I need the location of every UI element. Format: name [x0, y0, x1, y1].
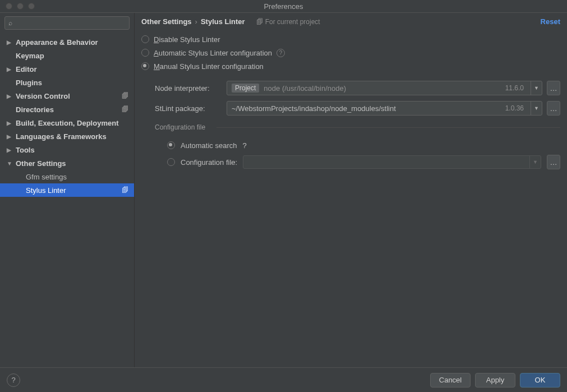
project-scope-icon: 🗐 [122, 92, 128, 100]
dialog-footer: ? Cancel Apply OK [0, 367, 567, 392]
sidebar-item-stylus-linter[interactable]: Stylus Linter 🗐 [0, 183, 134, 197]
radio-label: Automatic search [181, 141, 237, 150]
sidebar-item-plugins[interactable]: Plugins [0, 76, 134, 89]
ok-button[interactable]: OK [520, 373, 560, 388]
chevron-right-icon: ▶ [7, 93, 13, 99]
radio-disable[interactable]: Disable Stylus Linter [141, 33, 560, 46]
chevron-right-icon: ▶ [7, 66, 13, 72]
stlint-package-value: ~/WebstormProjects/indashop/node_modules… [232, 104, 501, 113]
radio-label: Disable Stylus Linter [154, 35, 220, 44]
radio-label: Automatic Stylus Linter configuration [154, 49, 272, 57]
radio-automatic[interactable]: Automatic Stylus Linter configuration ? [141, 46, 560, 59]
stlint-package-label: StLint package: [155, 104, 222, 113]
project-tag: Project [232, 84, 259, 93]
help-icon[interactable]: ? [242, 141, 246, 150]
configuration-file-group: Configuration file Automatic search ? Co… [155, 123, 560, 170]
chevron-right-icon: ▶ [7, 147, 13, 153]
sidebar-item-other-settings[interactable]: ▼ Other Settings [0, 156, 134, 170]
sidebar-item-directories[interactable]: Directories 🗐 [0, 103, 134, 116]
close-window-icon[interactable] [6, 3, 12, 10]
chevron-down-icon: ▼ [7, 160, 13, 167]
help-button[interactable]: ? [7, 373, 20, 387]
project-scope-tag: 🗐 For current project [256, 18, 320, 26]
titlebar: Preferences [0, 0, 567, 13]
minimize-window-icon[interactable] [17, 3, 24, 10]
breadcrumb-root[interactable]: Other Settings [141, 17, 192, 26]
sidebar-item-version-control[interactable]: ▶ Version Control 🗐 [0, 89, 134, 103]
radio-icon [167, 158, 175, 166]
config-file-input[interactable]: ▼ [243, 155, 541, 169]
search-icon: ⌕ [8, 19, 12, 27]
content-pane: Other Settings › Stylus Linter 🗐 For cur… [135, 13, 567, 367]
sidebar-item-build-execution[interactable]: ▶ Build, Execution, Deployment [0, 116, 134, 130]
chevron-right-icon: ▶ [7, 120, 13, 126]
project-scope-icon: 🗐 [122, 186, 128, 194]
sidebar-item-appearance-behavior[interactable]: ▶ Appearance & Behavior [0, 35, 134, 49]
radio-label: Configuration file: [181, 158, 237, 167]
node-interpreter-value: node (/usr/local/bin/node) [264, 84, 500, 93]
cancel-button[interactable]: Cancel [430, 373, 471, 388]
sidebar-item-editor[interactable]: ▶ Editor [0, 62, 134, 76]
node-interpreter-label: Node interpreter: [155, 84, 222, 93]
config-file-browse-button[interactable]: … [547, 155, 560, 169]
node-version: 11.6.0 [505, 84, 524, 92]
sidebar-item-gfm-settings[interactable]: Gfm settings [0, 170, 134, 183]
zoom-window-icon[interactable] [28, 3, 35, 10]
breadcrumb-leaf: Stylus Linter [201, 17, 245, 26]
help-icon[interactable]: ? [276, 49, 285, 57]
radio-icon [141, 35, 149, 43]
radio-manual[interactable]: Manual Stylus Linter configuration [141, 59, 560, 73]
breadcrumb-separator: › [195, 17, 197, 26]
chevron-down-icon: ▼ [531, 102, 542, 115]
project-scope-icon: 🗐 [256, 18, 263, 26]
radio-auto-search[interactable]: Automatic search ? [167, 137, 560, 154]
window-title: Preferences [264, 2, 303, 11]
settings-sidebar: ⌕ ▶ Appearance & Behavior Keymap ▶ Edito… [0, 13, 135, 367]
chevron-right-icon: ▶ [7, 133, 13, 140]
settings-tree: ▶ Appearance & Behavior Keymap ▶ Editor … [0, 33, 134, 367]
sidebar-item-languages-frameworks[interactable]: ▶ Languages & Frameworks [0, 130, 134, 143]
radio-icon [141, 49, 149, 57]
sidebar-item-keymap[interactable]: Keymap [0, 49, 134, 62]
node-browse-button[interactable]: … [547, 81, 560, 95]
stlint-package-combo[interactable]: ~/WebstormProjects/indashop/node_modules… [227, 101, 542, 116]
apply-button[interactable]: Apply [475, 373, 515, 388]
search-input[interactable]: ⌕ [4, 16, 130, 30]
stlint-browse-button[interactable]: … [547, 101, 560, 116]
fieldset-title: Configuration file [155, 123, 560, 131]
node-interpreter-combo[interactable]: Project node (/usr/local/bin/node) 11.6.… [227, 81, 542, 95]
chevron-down-icon: ▼ [529, 156, 541, 168]
project-scope-icon: 🗐 [122, 105, 128, 113]
reset-link[interactable]: Reset [541, 17, 560, 26]
radio-config-file[interactable]: Configuration file: ▼ … [167, 154, 560, 170]
sidebar-item-tools[interactable]: ▶ Tools [0, 143, 134, 156]
chevron-down-icon: ▼ [531, 81, 542, 95]
radio-icon [167, 141, 175, 149]
traffic-lights [0, 3, 35, 10]
radio-label: Manual Stylus Linter configuration [154, 62, 264, 71]
radio-icon [141, 62, 149, 70]
chevron-right-icon: ▶ [7, 39, 13, 45]
stlint-version: 1.0.36 [505, 104, 524, 112]
breadcrumb: Other Settings › Stylus Linter 🗐 For cur… [135, 13, 567, 30]
